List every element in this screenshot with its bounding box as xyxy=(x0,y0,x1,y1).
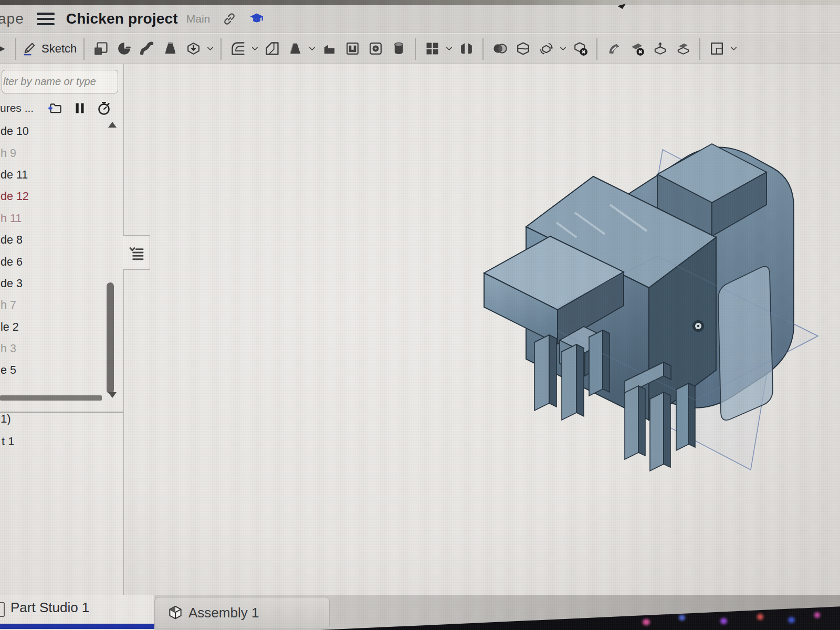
scroll-up-arrow[interactable] xyxy=(108,122,117,128)
chevron-down-icon[interactable] xyxy=(445,44,454,53)
fillet-button[interactable] xyxy=(226,36,249,61)
cylinder-button[interactable] xyxy=(387,36,410,61)
document-bar: ape Chicken project Main xyxy=(0,5,840,33)
linear-pattern-icon xyxy=(424,40,440,57)
feature-list: de 10h 9de 11de 12h 11de 8de 6de 3h 7le … xyxy=(0,121,105,382)
feature-list-item[interactable]: le 2 xyxy=(0,317,105,338)
chevron-down-icon[interactable] xyxy=(729,44,738,53)
parts-section-divider xyxy=(0,412,123,413)
fillet-icon xyxy=(230,40,246,57)
add-folder-icon[interactable] xyxy=(46,99,64,117)
hamburger-menu-icon[interactable] xyxy=(37,13,55,25)
split-icon xyxy=(515,40,531,57)
part-studio-icon-partial xyxy=(0,602,5,617)
loft-button[interactable] xyxy=(159,36,182,61)
sketch-pencil-icon xyxy=(21,40,37,57)
draft-button[interactable] xyxy=(284,36,307,61)
thicken-icon xyxy=(185,40,202,57)
undo-arrow-button[interactable] xyxy=(0,36,10,61)
shell-button[interactable] xyxy=(341,36,364,61)
thicken-button[interactable] xyxy=(182,36,205,61)
workspace-name[interactable]: Main xyxy=(186,13,211,25)
feature-list-item[interactable]: de 12 xyxy=(0,186,105,207)
toolbar-divider xyxy=(699,38,700,60)
modify-fillet-button[interactable] xyxy=(602,36,625,61)
tab-assembly-label: Assembly 1 xyxy=(188,605,259,621)
extrude-button[interactable] xyxy=(89,36,112,61)
delete-part-icon xyxy=(572,40,589,57)
feature-list-item[interactable]: de 6 xyxy=(0,251,105,272)
chevron-down-icon[interactable] xyxy=(308,44,317,53)
feature-list-collapse-toggle[interactable] xyxy=(123,235,150,270)
tab-assembly[interactable]: Assembly 1 xyxy=(154,597,330,628)
transform-icon xyxy=(538,40,554,57)
tab-part-studio[interactable]: Part Studio 1 xyxy=(0,595,154,630)
sweep-button[interactable] xyxy=(135,36,159,61)
sketch-pencil-label: Sketch xyxy=(41,42,77,56)
feature-toolbar: Sketch xyxy=(0,34,840,64)
pause-icon[interactable] xyxy=(71,99,89,117)
feature-list-item[interactable]: de 11 xyxy=(0,164,105,186)
sketch-pencil-button[interactable]: Sketch xyxy=(21,36,79,61)
move-face-button[interactable] xyxy=(648,36,671,61)
rib-icon xyxy=(321,40,338,57)
replace-face-icon xyxy=(675,40,691,57)
feature-list-item[interactable]: de 3 xyxy=(0,273,105,295)
learning-center-icon[interactable] xyxy=(249,11,265,27)
replace-face-button[interactable] xyxy=(671,36,695,61)
mirror-button[interactable] xyxy=(455,36,478,61)
horizontal-scrollbar[interactable] xyxy=(0,395,102,401)
document-title: Chicken project xyxy=(66,10,178,27)
part-list-item[interactable]: t 1 xyxy=(2,431,14,452)
hole-button[interactable] xyxy=(364,36,387,61)
modify-fillet-icon xyxy=(606,40,622,57)
hole-icon xyxy=(368,40,384,57)
chevron-down-icon[interactable] xyxy=(559,44,568,53)
move-face-icon xyxy=(652,40,668,57)
scroll-down-arrow[interactable] xyxy=(108,392,117,398)
mirror-icon xyxy=(458,40,475,57)
delete-part-button[interactable] xyxy=(569,36,592,61)
features-label: ures ... xyxy=(0,102,34,114)
chamfer-icon xyxy=(264,40,280,57)
feature-list-item[interactable]: h 7 xyxy=(0,295,105,316)
undo-arrow-icon xyxy=(0,40,10,57)
vertical-scrollbar-thumb[interactable] xyxy=(107,282,114,394)
rib-button[interactable] xyxy=(318,36,341,61)
active-tab-underline xyxy=(0,624,154,629)
toolbar-divider xyxy=(482,38,484,60)
surface-button[interactable] xyxy=(705,36,728,61)
shell-icon xyxy=(344,40,361,57)
split-button[interactable] xyxy=(511,36,534,61)
transform-button[interactable] xyxy=(534,36,558,61)
linear-pattern-button[interactable] xyxy=(421,36,444,61)
features-header: ures ... xyxy=(0,98,121,119)
sweep-icon xyxy=(139,40,155,57)
chevron-down-icon[interactable] xyxy=(206,44,215,53)
filter-input[interactable] xyxy=(2,70,118,93)
feature-list-item[interactable]: de 8 xyxy=(0,229,105,251)
boolean-button[interactable] xyxy=(488,36,511,61)
3d-viewport[interactable] xyxy=(0,64,840,595)
delete-face-icon xyxy=(629,40,645,57)
delete-face-button[interactable] xyxy=(625,36,648,61)
cylinder-icon xyxy=(391,40,407,57)
feature-list-item[interactable]: h 9 xyxy=(0,142,105,164)
feature-list-item[interactable]: h 11 xyxy=(0,208,105,229)
feature-list-item[interactable]: h 3 xyxy=(0,338,105,360)
feature-list-item[interactable]: e 5 xyxy=(0,360,105,381)
extrude-icon xyxy=(93,40,109,57)
chamfer-button[interactable] xyxy=(260,36,284,61)
draft-icon xyxy=(287,40,303,57)
toolbar-divider xyxy=(596,38,597,60)
chevron-down-icon[interactable] xyxy=(250,44,259,53)
stopwatch-icon[interactable] xyxy=(95,99,113,117)
share-link-icon[interactable] xyxy=(222,11,237,27)
feature-list-item[interactable]: de 10 xyxy=(0,121,105,142)
toolbar-divider xyxy=(83,38,85,60)
parts-section-header: 1) xyxy=(1,408,11,429)
onshape-logo-partial: ape xyxy=(0,10,24,27)
list-collapse-icon xyxy=(128,244,145,261)
revolve-button[interactable] xyxy=(112,36,135,61)
boolean-icon xyxy=(492,40,508,57)
